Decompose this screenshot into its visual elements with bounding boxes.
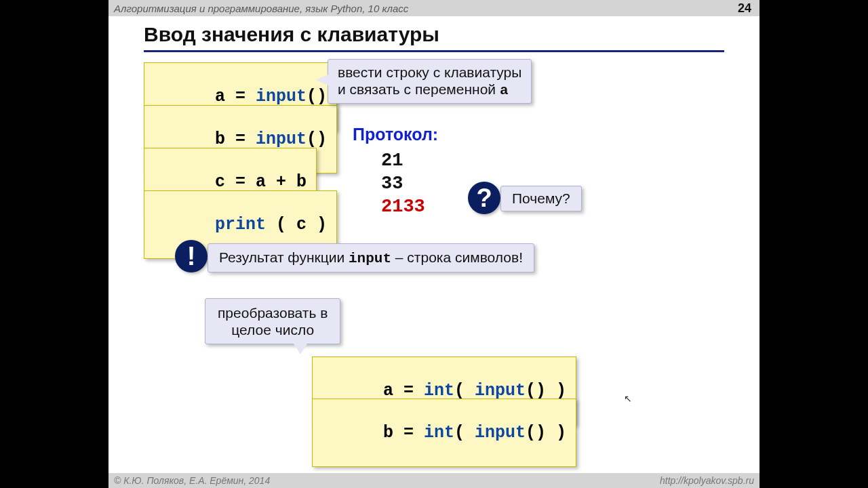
exclamation-badge-icon: !: [175, 240, 208, 272]
protocol-label: Протокол:: [353, 125, 438, 144]
header-bar: Алгоритмизация и программирование, язык …: [108, 0, 760, 16]
callout-result: Результат функции input – строка символо…: [208, 243, 534, 272]
slide-stage: Алгоритмизация и программирование, язык …: [108, 0, 760, 488]
protocol-result: 2133: [381, 197, 425, 217]
footer-bar: © К.Ю. Поляков, Е.А. Ерёмин, 2014 http:/…: [108, 473, 760, 488]
slide-title: Ввод значения с клавиатуры: [144, 23, 439, 46]
code-text: =: [393, 423, 424, 443]
code-text: a: [383, 381, 393, 401]
code-keyword: print: [215, 215, 266, 235]
footer-url: http://kpolyakov.spb.ru: [660, 475, 754, 486]
callout-line: ввести строку с клавиатуры: [338, 64, 521, 81]
title-underline: [144, 50, 724, 52]
code-text: ( c ): [266, 215, 327, 235]
callout-line: преобразовать в: [218, 304, 328, 321]
callout-text: – строка символов!: [391, 249, 523, 265]
question-badge-icon: ?: [468, 182, 500, 214]
code-keyword: input: [256, 129, 307, 149]
code-keyword: input: [475, 381, 526, 401]
code-box-6: b = int( input() ): [312, 399, 576, 467]
code-text: =: [225, 87, 256, 106]
protocol-line: 21: [381, 150, 403, 171]
footer-copyright: © К.Ю. Поляков, Е.А. Ерёмин, 2014: [114, 475, 270, 486]
code-text: (): [307, 129, 327, 149]
callout-why: Почему?: [500, 186, 582, 211]
callout-text: Почему?: [512, 190, 570, 206]
callout-code: input: [349, 251, 391, 266]
callout-input: ввести строку с клавиатуры и связать с п…: [328, 59, 532, 104]
code-text: c = a + b: [215, 172, 307, 192]
page-number: 24: [738, 1, 754, 16]
callout-line: и связать с переменной a: [338, 81, 521, 99]
callout-text: Результат функции: [219, 249, 349, 265]
protocol-line: 33: [381, 174, 403, 194]
code-keyword: int: [424, 423, 454, 443]
code-text: b: [215, 129, 225, 149]
code-text: () ): [526, 381, 566, 401]
code-text: (: [454, 423, 475, 443]
code-keyword: input: [256, 87, 307, 106]
callout-line: целое число: [218, 321, 328, 338]
slide-content: Ввод значения с клавиатуры a = input() b…: [108, 16, 760, 473]
code-keyword: int: [424, 381, 454, 401]
code-text: b: [383, 423, 393, 443]
code-keyword: input: [475, 423, 526, 443]
code-text: =: [393, 381, 424, 401]
mouse-cursor-icon: ↖: [624, 393, 632, 404]
header-title: Алгоритмизация и программирование, язык …: [114, 3, 408, 14]
code-text: () ): [526, 423, 566, 443]
callout-convert: преобразовать в целое число: [205, 298, 340, 344]
code-text: (: [454, 381, 475, 401]
code-text: a: [215, 87, 225, 106]
code-text: =: [225, 129, 256, 149]
code-text: (): [307, 87, 327, 106]
